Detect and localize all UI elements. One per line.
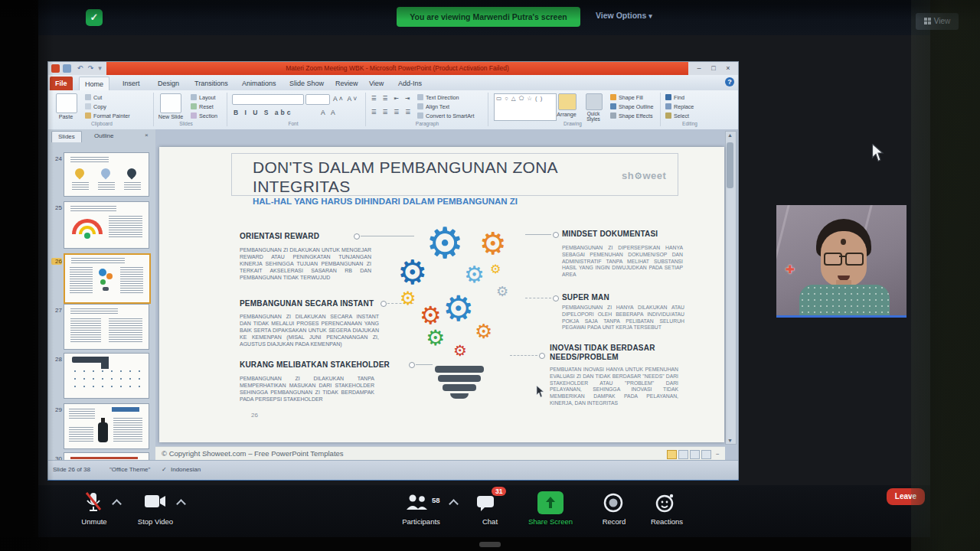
slide-thumbnail-25[interactable] <box>64 201 149 249</box>
shapes-gallery[interactable]: ▭ ○ △ ⬠ ☆ ( ) <box>494 93 557 121</box>
chat-button[interactable] <box>476 494 502 516</box>
mini-icon-grid <box>70 367 142 392</box>
thumb-number: 29 <box>51 406 62 413</box>
view-options-menu[interactable]: View Options ▾ <box>596 11 652 20</box>
slides-tab[interactable]: Slides <box>51 131 82 142</box>
participant-video-tile[interactable]: ✚ <box>776 205 906 318</box>
thumb-number: 28 <box>51 356 62 363</box>
new-slide-button[interactable]: New Slide <box>155 113 186 120</box>
replace-button[interactable]: Replace <box>665 103 694 110</box>
tab-slide-show[interactable]: Slide Show <box>284 77 329 90</box>
mic-muted-icon <box>83 491 103 513</box>
gallery-view-button[interactable]: View <box>916 13 959 30</box>
select-button[interactable]: Select <box>665 112 689 119</box>
shape-fill-button[interactable]: Shape Fill <box>610 94 643 101</box>
scrollbar-thumb[interactable] <box>727 142 733 188</box>
font-grow-shrink-icons[interactable]: A˄ A˅ <box>333 95 358 103</box>
unmute-button[interactable] <box>78 491 109 516</box>
tab-transitions[interactable]: Transitions <box>189 77 234 90</box>
reading-view-icon[interactable] <box>690 450 700 459</box>
connector-line <box>525 234 551 235</box>
align-buttons[interactable]: ☰ ☰ ☰ ☰ <box>371 109 413 116</box>
font-style-buttons[interactable]: B I U S abc <box>234 109 292 116</box>
tab-animations[interactable]: Animations <box>237 77 282 90</box>
thumb-number: 25 <box>51 204 62 211</box>
new-slide-icon[interactable] <box>160 93 181 113</box>
text-direction-button[interactable]: Text Direction <box>417 94 459 101</box>
tab-review[interactable]: Review <box>330 77 364 90</box>
scroll-up-icon[interactable]: ▲ <box>727 132 733 138</box>
shape-fill-icon <box>610 94 616 100</box>
shape-effects-button[interactable]: Shape Effects <box>610 112 653 119</box>
tab-insert[interactable]: Insert <box>117 77 145 90</box>
participants-button[interactable] <box>404 493 435 516</box>
maximize-button[interactable]: □ <box>707 64 720 73</box>
align-text-button[interactable]: Align Text <box>417 103 449 110</box>
share-screen-button[interactable] <box>537 491 564 514</box>
tab-file[interactable]: File <box>50 77 73 90</box>
undo-icon[interactable]: ↶ <box>76 64 84 73</box>
leave-button[interactable]: Leave <box>887 488 925 505</box>
encryption-shield-icon[interactable] <box>86 9 103 26</box>
slide-thumbnail-27[interactable] <box>64 304 149 350</box>
photo-of-monitor: You are viewing Marwendi Putra's screen … <box>0 0 980 551</box>
slide-copyright: © Copyright Showeet.com – Free PowerPoin… <box>162 449 344 458</box>
help-icon[interactable]: ? <box>725 77 734 86</box>
paragraph-group-label: Paragraph <box>400 121 454 126</box>
record-button[interactable] <box>603 493 625 514</box>
layout-button[interactable]: Layout <box>191 94 216 101</box>
tab-view[interactable]: View <box>364 77 389 90</box>
font-name-select[interactable] <box>232 94 304 105</box>
save-icon[interactable] <box>63 64 71 73</box>
paste-icon[interactable] <box>56 93 77 113</box>
tab-home[interactable]: Home <box>79 77 109 91</box>
spellcheck-icon[interactable]: ✓ <box>162 466 167 473</box>
font-color-buttons[interactable]: A A <box>321 109 338 116</box>
logo-gear-icon: ⚙ <box>634 171 642 181</box>
scroll-down-icon[interactable]: ▼ <box>727 438 733 443</box>
mini-gear <box>106 273 113 279</box>
quick-styles-icon[interactable] <box>586 93 603 110</box>
unmute-options-caret[interactable] <box>112 499 122 509</box>
quick-access-dropdown-icon[interactable]: ▾ <box>96 64 104 73</box>
list-buttons[interactable]: ☰ ☰ ⇤ ⇥ <box>371 95 412 102</box>
vertical-scrollbar[interactable]: ▲ ▼ <box>725 131 737 445</box>
quick-styles-button[interactable]: Quick Styles <box>580 111 607 122</box>
cut-button[interactable]: Cut <box>85 94 102 101</box>
section-button[interactable]: Section <box>191 112 217 119</box>
redo-icon[interactable]: ↷ <box>87 64 95 73</box>
ppt-title-bar[interactable]: ↶ ↷ ▾ Materi Zoom Meeting WBK - Microsof… <box>48 62 738 75</box>
slide-thumbnail-28[interactable] <box>64 353 149 399</box>
minimize-button[interactable]: – <box>693 64 705 73</box>
arrange-icon[interactable] <box>558 93 577 110</box>
reactions-button[interactable] <box>655 493 677 514</box>
panel-close-icon[interactable]: × <box>145 132 149 139</box>
participants-caret[interactable] <box>449 499 459 509</box>
tab-add-ins[interactable]: Add-Ins <box>393 77 427 90</box>
slideshow-icon[interactable] <box>701 450 711 459</box>
video-options-caret[interactable] <box>176 499 186 509</box>
slide-thumbnail-29[interactable] <box>64 403 149 449</box>
slide-sorter-icon[interactable] <box>678 450 688 459</box>
slides-panel: Slides Outline × 24 25 <box>48 129 156 469</box>
outline-tab[interactable]: Outline <box>88 131 119 142</box>
format-painter-button[interactable]: Format Painter <box>85 112 130 119</box>
language-indicator[interactable]: Indonesian <box>171 466 201 473</box>
normal-view-icon[interactable] <box>667 450 677 459</box>
convert-smartart-button[interactable]: Convert to SmartArt <box>417 112 475 119</box>
font-size-select[interactable] <box>305 94 330 105</box>
copy-button[interactable]: Copy <box>85 103 106 110</box>
reset-button[interactable]: Reset <box>191 103 214 110</box>
find-button[interactable]: Find <box>665 94 684 101</box>
paste-button[interactable]: Paste <box>53 113 79 120</box>
slide-subtitle: HAL-HAL YANG HARUS DIHINDARI DALAM PEMBA… <box>253 197 651 206</box>
close-button[interactable]: × <box>722 64 734 73</box>
tab-design[interactable]: Design <box>152 77 185 90</box>
slide-thumbnail-26-current[interactable] <box>64 253 151 304</box>
stop-video-button[interactable] <box>139 493 173 516</box>
arrange-button[interactable]: Arrange <box>552 111 581 118</box>
slide-thumbnail-24[interactable] <box>64 152 149 197</box>
connector-ring <box>539 353 545 359</box>
monitor-logo <box>479 542 501 547</box>
shape-outline-button[interactable]: Shape Outline <box>610 103 654 110</box>
